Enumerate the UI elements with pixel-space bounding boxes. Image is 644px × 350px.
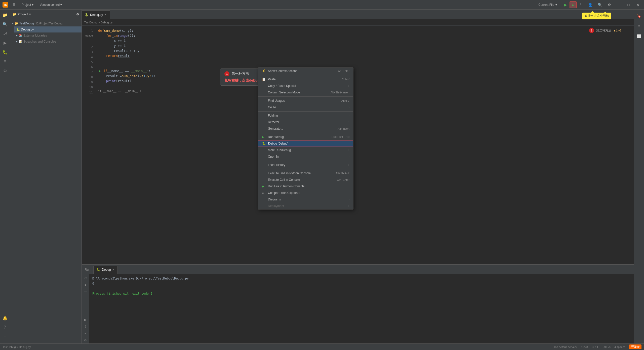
line-numbers: 1 usage 1 2 3 4 5 6 7 8 9 10 11 [82, 26, 94, 264]
tab-close-button[interactable]: ✕ [104, 13, 107, 16]
paste-icon: 📋 [262, 78, 266, 81]
bottom-icon-settings2[interactable]: ⚙ [83, 337, 89, 343]
code-editor[interactable]: def sum_demo(x, y): for _ in range(2): x… [94, 26, 634, 264]
sidebar-icon-debug[interactable]: 🐛 [1, 48, 9, 56]
menu-hamburger[interactable]: ☰ [10, 2, 18, 7]
tree-item-testdebug[interactable]: ▾ 📂 TestDebug D:\Project\TestDebug [10, 20, 82, 26]
scratches-icon: 📝 [19, 40, 22, 43]
bottom-icon-step[interactable]: ⤵ [83, 324, 89, 330]
terminal-output-4: Process finished with exit code 0 [92, 291, 152, 296]
ctx-folding[interactable]: Folding › [258, 112, 353, 119]
current-file-button[interactable]: Current File ▾ [536, 2, 559, 7]
project-menu[interactable]: Project ▾ [19, 2, 36, 7]
editor-tab-debugpy[interactable]: 🐍 Debug.py ✕ [82, 10, 110, 19]
ctx-shortcut-execute-cell: Ctrl+Enter [337, 178, 349, 181]
ctx-column-selection[interactable]: Column Selection Mode Alt+Shift+Insert [258, 89, 353, 96]
profile-icon[interactable]: 👤 [587, 1, 594, 8]
sidebar-icon-search[interactable]: 🔍 [1, 20, 9, 28]
external-lib-icon: 📚 [19, 34, 22, 37]
sidebar-icon-help[interactable]: ? [1, 323, 9, 331]
ctx-label-folding: Folding [268, 114, 347, 117]
ctx-local-history[interactable]: Local History › [258, 162, 353, 168]
tree-label-debugpy: Debug.py [21, 28, 34, 31]
status-dev-badge: 开发者 [629, 344, 641, 349]
ctx-show-context-actions[interactable]: ⚡ Show Context Actions Alt+Enter [258, 68, 353, 74]
ctx-shortcut-show-context-actions: Alt+Enter [338, 69, 349, 73]
bottom-content: ↺ ■ ⋯ ▶ ⤵ ≡ ⚙ 🔔 D:\Anaconda3\python.exe … [82, 274, 634, 350]
debug-button[interactable]: ⚙ [570, 1, 577, 8]
bottom-tab-debug[interactable]: 🐛 Debug ✕ [94, 266, 118, 274]
left-icon-bar: 📁 🔍 ⎇ ▶ 🐛 ≡ ⚙ 🔔 ? ↑ ↕ [0, 10, 10, 350]
python-file-icon: 🐍 [16, 28, 20, 31]
method1-badge: 1 [224, 71, 229, 76]
bottom-icon-layers[interactable]: ≡ [83, 330, 89, 336]
ctx-shortcut-paste: Ctrl+V [342, 78, 349, 81]
run-button[interactable]: ▶ [562, 1, 569, 8]
context-menu: ⚡ Show Context Actions Alt+Enter 📋 Paste… [258, 67, 353, 209]
sidebar-icon-bottom1[interactable]: ↑ [1, 333, 9, 341]
right-icon-layout[interactable]: ⬜ [635, 32, 643, 40]
tree-item-external-libraries[interactable]: ▸ 📚 External Libraries [14, 32, 82, 39]
ctx-execute-cell[interactable]: Execute Cell in Console Ctrl+Enter [258, 177, 353, 183]
bottom-icon-more[interactable]: ⋯ [83, 289, 89, 295]
panel-gear-icon[interactable]: ⚙ [76, 13, 79, 16]
terminal-area[interactable]: D:\Anaconda3\python.exe D:\Project\TestD… [89, 274, 634, 350]
ctx-compare-clipboard[interactable]: ≡ Compare with Clipboard [258, 190, 353, 196]
titlebar: TD ☰ Project ▾ Version control ▾ Current… [0, 0, 644, 10]
ctx-generate[interactable]: Generate... Alt+Insert [258, 125, 353, 132]
ctx-open-in[interactable]: Open In › [258, 153, 353, 160]
sidebar-icon-settings[interactable]: ⚙ [1, 67, 9, 75]
tree-chevron-down: ▾ [12, 22, 14, 25]
ctx-find-usages[interactable]: Find Usages Alt+F7 [258, 97, 353, 104]
minimize-button[interactable]: ─ [615, 1, 622, 8]
code-line-4: y += 1 [98, 43, 630, 48]
breadcrumb: TestDebug > Debug.py [82, 19, 634, 26]
compare-clipboard-icon: ≡ [262, 191, 266, 195]
code-line-6: return result [98, 53, 630, 58]
ctx-execute-line[interactable]: Execute Line in Python Console Alt+Shift… [258, 170, 353, 177]
sidebar-icon-run[interactable]: ▶ [1, 39, 9, 47]
method2-bar: 2 第二种方法 ▲1 ▾2 [587, 26, 624, 35]
sidebar-icon-layers[interactable]: ≡ [1, 57, 9, 65]
settings-icon[interactable]: ⚙ [606, 1, 613, 8]
status-breadcrumb: TestDebug > Debug.py [3, 345, 31, 348]
code-line-1: def sum_demo(x, y): [98, 28, 630, 33]
sidebar-icon-notifications[interactable]: 🔔 [1, 314, 9, 322]
bottom-icon-stop[interactable]: ■ [83, 282, 89, 288]
ctx-go-to[interactable]: Go To › [258, 104, 353, 111]
debug-tab-close[interactable]: ✕ [112, 268, 114, 271]
search-icon[interactable]: 🔍 [596, 1, 603, 8]
ctx-label-column-selection: Column Selection Mode [268, 91, 326, 94]
more-run-button[interactable]: ⋮ [577, 1, 584, 8]
tree-chevron-right-scratches: ▸ [16, 40, 18, 43]
ctx-run-debug[interactable]: ▶ Run 'Debug' Ctrl+Shift+F10 [258, 134, 353, 140]
bottom-icon-restart[interactable]: ↺ [83, 275, 89, 281]
ctx-run-file-python[interactable]: ▶ Run File in Python Console [258, 183, 353, 190]
diagrams-arrow: › [348, 198, 349, 201]
maximize-button[interactable]: □ [625, 1, 632, 8]
status-charset: UTF-8 [603, 345, 611, 348]
tree-item-scratches[interactable]: ▸ 📝 Scratches and Consoles [14, 39, 82, 45]
ctx-copy-paste-special[interactable]: Copy / Paste Special › [258, 83, 353, 89]
ctx-label-show-context-actions: Show Context Actions [268, 69, 333, 73]
bottom-tab-run[interactable]: Run [82, 266, 94, 274]
sidebar-icon-vcs[interactable]: ⎇ [1, 29, 9, 38]
ctx-diagrams[interactable]: Diagrams › [258, 196, 353, 203]
right-icon-bookmark[interactable]: 🔖 [635, 12, 643, 20]
version-control-menu[interactable]: Version control ▾ [37, 2, 65, 7]
tree-item-debugpy[interactable]: 🐍 Debug.py [14, 26, 82, 32]
ctx-label-copy-paste: Copy / Paste Special [268, 84, 347, 88]
editor-content[interactable]: 1 usage 1 2 3 4 5 6 7 8 9 10 11 def sum_… [82, 26, 634, 264]
ctx-paste[interactable]: 📋 Paste Ctrl+V [258, 76, 353, 83]
ctx-more-run-debug[interactable]: More Run/Debug › [258, 147, 353, 153]
ctx-label-paste: Paste [268, 78, 337, 81]
ctx-label-generate: Generate... [268, 127, 333, 130]
ctx-debug-debug[interactable]: 🐛 Debug 'Debug' [258, 140, 353, 147]
project-panel: 📁 Project ▾ ⚙ ▾ 📂 TestDebug D:\Project\T… [10, 10, 82, 350]
bottom-icon-run2[interactable]: ▶ [83, 317, 89, 323]
ctx-refactor[interactable]: Refactor › [258, 119, 353, 125]
close-button[interactable]: ✕ [634, 1, 641, 8]
sidebar-icon-project[interactable]: 📁 [1, 11, 9, 19]
right-icon-structure[interactable]: ≡ [635, 22, 643, 30]
tab-label: Debug.py [90, 13, 103, 17]
